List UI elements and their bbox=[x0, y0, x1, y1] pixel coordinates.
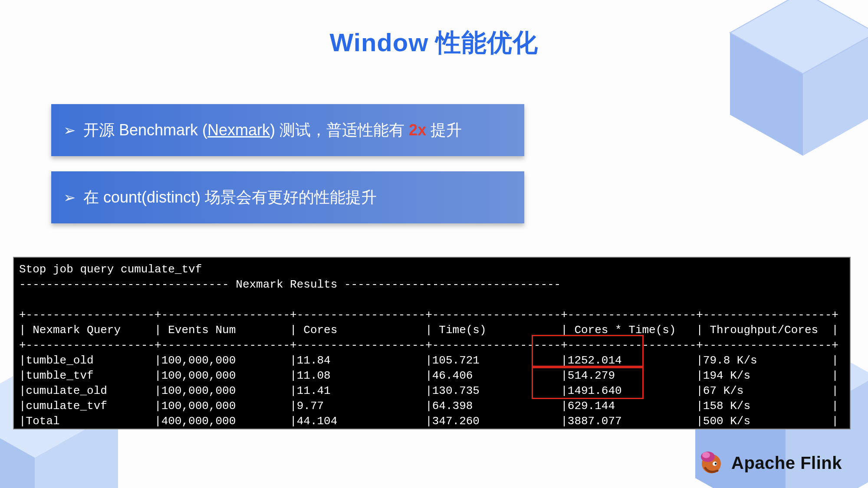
terminal-line-stop: Stop job query cumulate_tvf bbox=[19, 263, 202, 276]
terminal-sep-top: +-------------------+-------------------… bbox=[19, 308, 838, 321]
table-row: |cumulate_old |100,000,000 |11.41 |130.7… bbox=[19, 384, 838, 397]
bullet-1-mid: ) 测试，普适性能有 bbox=[270, 121, 409, 139]
svg-point-14 bbox=[715, 463, 717, 465]
chevron-right-icon: ➢ bbox=[63, 189, 76, 206]
table-row: |tumble_old |100,000,000 |11.84 |105.721… bbox=[19, 354, 838, 367]
bullet-2-text: 在 count(distinct) 场景会有更好的性能提升 bbox=[83, 187, 377, 208]
svg-point-12 bbox=[702, 452, 710, 458]
slide-title: Window 性能优化 bbox=[0, 26, 868, 60]
bg-cube-top-right bbox=[703, 0, 868, 165]
bullet-1-highlight: 2x bbox=[409, 121, 426, 139]
footer-brand: Apache Flink bbox=[697, 449, 842, 477]
terminal-sep-mid: +-------------------+-------------------… bbox=[19, 339, 838, 352]
bullet-1-post: 提升 bbox=[426, 121, 462, 139]
bullet-2: ➢ 在 count(distinct) 场景会有更好的性能提升 bbox=[51, 171, 524, 223]
table-row: |Total |400,000,000 |44.104 |347.260 |38… bbox=[19, 415, 838, 428]
bullet-1-text: 开源 Benchmark (Nexmark) 测试，普适性能有 2x 提升 bbox=[83, 120, 462, 141]
terminal-output: Stop job query cumulate_tvf ------------… bbox=[13, 257, 851, 429]
terminal-header-row: | Nexmark Query | Events Num | Cores | T… bbox=[19, 324, 838, 337]
terminal-line-title: ------------------------------- Nexmark … bbox=[19, 278, 561, 291]
table-row: |tumble_tvf |100,000,000 |11.08 |46.406 … bbox=[19, 369, 838, 382]
chevron-right-icon: ➢ bbox=[63, 121, 76, 139]
nexmark-link[interactable]: Nexmark bbox=[207, 121, 270, 139]
flink-logo-icon bbox=[697, 449, 725, 477]
footer-brand-text: Apache Flink bbox=[731, 453, 842, 473]
bullet-1-pre: 开源 Benchmark ( bbox=[83, 121, 207, 139]
table-row: |cumulate_tvf |100,000,000 |9.77 |64.398… bbox=[19, 400, 838, 413]
bullet-1: ➢ 开源 Benchmark (Nexmark) 测试，普适性能有 2x 提升 bbox=[51, 104, 524, 156]
